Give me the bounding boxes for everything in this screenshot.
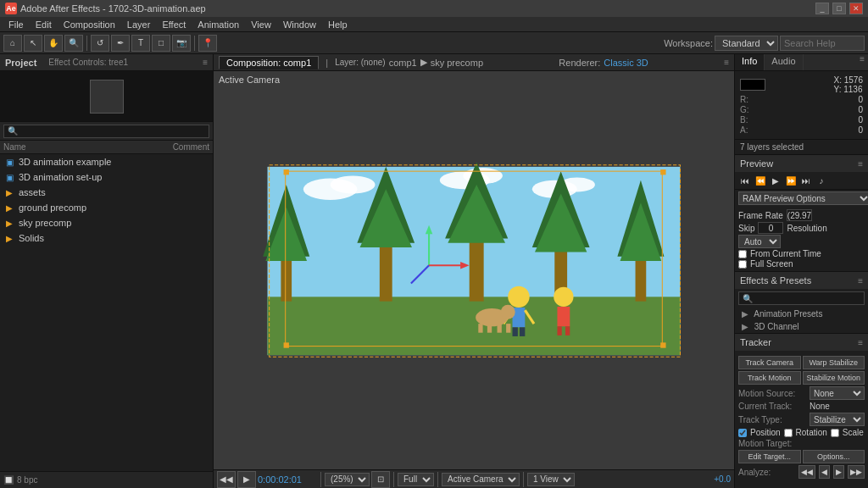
from-current-check[interactable]	[738, 250, 747, 258]
svg-rect-37	[557, 326, 561, 336]
motion-source-select[interactable]: None	[810, 386, 865, 400]
prev-play-btn[interactable]: ▶	[769, 175, 782, 186]
scale-check[interactable]	[831, 429, 839, 437]
shape-tool[interactable]: □	[152, 35, 170, 52]
tab-audio[interactable]: Audio	[765, 54, 803, 70]
resolution-select[interactable]: Auto	[738, 235, 781, 248]
r-label: R:	[740, 95, 748, 104]
options-btn[interactable]: Options...	[803, 450, 865, 463]
analyze-fwd-btn[interactable]: ▶▶	[848, 465, 865, 479]
comp-tab[interactable]: Composition: comp1	[219, 56, 319, 69]
project-item-comp1[interactable]: ▣ 3D animation example	[0, 154, 213, 169]
project-item-comp2[interactable]: ▣ 3D animation set-up	[0, 169, 213, 185]
tab-info[interactable]: Info	[735, 54, 765, 70]
select-tool[interactable]: ↖	[24, 35, 42, 52]
track-motion-btn[interactable]: Track Motion	[738, 371, 801, 385]
project-item-ground[interactable]: ▶ ground precomp	[0, 200, 213, 215]
project-options-btn[interactable]: ≡	[203, 58, 208, 67]
framerate-input[interactable]	[787, 209, 812, 221]
pen-tool[interactable]: ✒	[111, 35, 130, 52]
menu-view[interactable]: View	[246, 18, 276, 31]
viewport[interactable]: Active Camera	[214, 71, 734, 469]
prev-last-btn[interactable]: ⏭	[799, 175, 813, 186]
menu-composition[interactable]: Composition	[58, 18, 120, 31]
menu-animation[interactable]: Animation	[192, 18, 244, 31]
zoom-select[interactable]: (25%)	[325, 473, 370, 486]
hand-tool[interactable]: ✋	[44, 35, 63, 52]
menu-help[interactable]: Help	[323, 18, 353, 31]
track-type-select[interactable]: Stabilize	[810, 413, 865, 426]
stabilize-motion-btn[interactable]: Stabilize Motion	[803, 371, 865, 385]
svg-point-35	[554, 287, 573, 307]
prev-audio-btn[interactable]: ♪	[815, 175, 828, 186]
menu-layer[interactable]: Layer	[122, 18, 156, 31]
effects-options-btn[interactable]: ≡	[858, 276, 863, 286]
text-tool[interactable]: T	[131, 35, 150, 52]
analyze-next-btn[interactable]: ▶	[833, 465, 844, 479]
ram-preview-select[interactable]: RAM Preview Options	[738, 191, 868, 205]
toolbar-sep-1	[86, 36, 87, 51]
fit-btn[interactable]: ⊡	[371, 471, 390, 488]
skip-input[interactable]	[758, 222, 783, 234]
minimize-button[interactable]: _	[815, 3, 829, 14]
analyze-row: Analyze: ◀◀ ◀ ▶ ▶▶	[738, 465, 865, 479]
play-btn[interactable]: ▶	[237, 471, 256, 488]
folder-icon-2: ▶	[3, 202, 15, 214]
prev-back-btn[interactable]: ⏪	[754, 175, 767, 186]
effects-item-presets[interactable]: ▶ Animation Presets	[735, 308, 868, 320]
app-icon: Ae	[5, 3, 17, 14]
help-search[interactable]	[780, 36, 865, 51]
comp-options-btn[interactable]: ≡	[724, 58, 729, 67]
warp-stabilize-btn[interactable]: Warp Stabilize	[803, 356, 865, 369]
project-item-name-3: assets	[19, 187, 209, 197]
quality-select[interactable]: Full	[398, 473, 434, 486]
svg-rect-26	[520, 327, 525, 336]
track-camera-btn[interactable]: Track Camera	[738, 356, 801, 369]
breadcrumb-comp1[interactable]: comp1	[389, 58, 417, 68]
close-button[interactable]: ✕	[849, 3, 863, 14]
effects-search	[738, 291, 865, 305]
menu-effect[interactable]: Effect	[157, 18, 191, 31]
home-tool[interactable]: ⌂	[3, 35, 22, 52]
maximize-button[interactable]: □	[832, 3, 846, 14]
workspace-label: Workspace:	[664, 38, 713, 48]
project-item-solids[interactable]: ▶ Solids	[0, 230, 213, 246]
info-options-btn[interactable]: ≡	[860, 54, 868, 70]
breadcrumb-sky[interactable]: sky precomp	[431, 58, 483, 68]
analyze-prev-btn[interactable]: ◀	[819, 465, 830, 479]
edit-target-btn[interactable]: Edit Target...	[738, 450, 801, 463]
menu-file[interactable]: File	[3, 18, 29, 31]
effects-search-input[interactable]	[738, 291, 865, 305]
puppet-tool[interactable]: 📍	[198, 35, 217, 52]
project-item-assets[interactable]: ▶ assets	[0, 185, 213, 200]
menu-edit[interactable]: Edit	[31, 18, 57, 31]
position-check[interactable]	[738, 429, 747, 437]
zoom-tool[interactable]: 🔍	[64, 35, 83, 52]
project-search-input[interactable]	[3, 125, 209, 138]
tracker-options-btn[interactable]: ≡	[858, 338, 863, 347]
prev-first-btn[interactable]: ⏮	[738, 175, 752, 186]
fullscreen-check[interactable]	[738, 260, 747, 269]
view-select[interactable]: 1 View	[527, 473, 575, 486]
analyze-back-btn[interactable]: ◀◀	[798, 465, 815, 479]
svg-rect-41	[284, 169, 289, 175]
effects-title: Effects & Presets	[740, 275, 811, 286]
rotate-tool[interactable]: ↺	[91, 35, 109, 52]
preview-options-btn[interactable]: ≡	[858, 159, 863, 169]
project-preview	[0, 71, 213, 122]
menu-window[interactable]: Window	[278, 18, 321, 31]
prev-frame-btn[interactable]: ◀◀	[217, 471, 236, 488]
project-item-sky[interactable]: ▶ sky precomp	[0, 215, 213, 230]
analyze-label: Analyze:	[738, 468, 795, 477]
prev-fwd-btn[interactable]: ⏩	[784, 175, 798, 186]
camera-tool[interactable]: 📷	[172, 35, 191, 52]
tracker-btn-row-1: Track Camera Warp Stabilize	[738, 356, 865, 369]
workspace-select[interactable]: Standard	[715, 36, 778, 51]
camera-select[interactable]: Active Camera	[442, 473, 520, 486]
current-track-label: Current Track:	[738, 402, 806, 411]
preview-controls: ⏮ ⏪ ▶ ⏩ ⏭ ♪	[735, 172, 868, 190]
rotation-check[interactable]	[784, 429, 793, 437]
tracker-btn-row-2: Track Motion Stabilize Motion	[738, 371, 865, 385]
motion-target-row: Motion Target:	[738, 439, 865, 448]
effects-item-3dchannel[interactable]: ▶ 3D Channel	[735, 320, 868, 333]
